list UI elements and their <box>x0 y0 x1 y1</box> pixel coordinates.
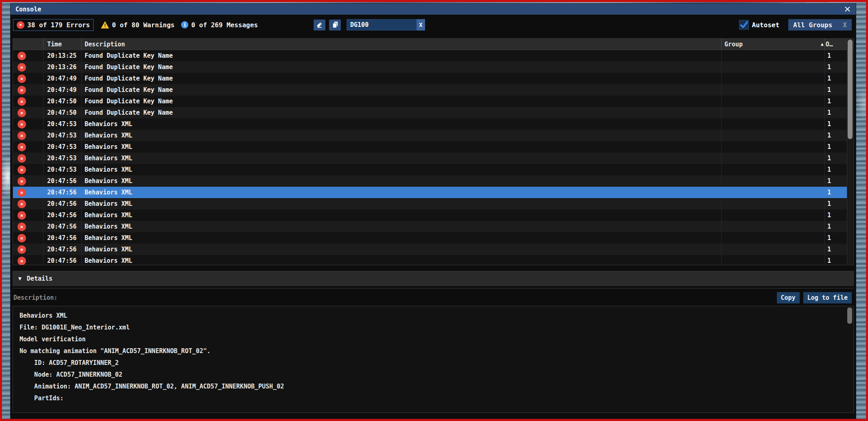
row-count: 1 <box>827 166 831 173</box>
table-row[interactable]: × 20:47:56 Behaviors XML 1 <box>13 198 847 209</box>
error-icon: × <box>17 143 26 151</box>
info-icon: i <box>181 21 188 28</box>
row-count: 1 <box>827 200 831 207</box>
row-description: Found Duplicate Key Name <box>85 63 173 71</box>
error-icon: × <box>17 109 26 117</box>
row-description: Behaviors XML <box>85 246 132 253</box>
table-row[interactable]: × 20:47:53 Behaviors XML 1 <box>13 164 847 175</box>
row-time: 20:47:49 <box>44 75 76 82</box>
table-row[interactable]: × 20:47:49 Found Duplicate Key Name 1 <box>13 84 847 96</box>
table-row[interactable]: × 20:47:50 Found Duplicate Key Name 1 <box>13 96 847 107</box>
table-row[interactable]: × 20:47:56 Behaviors XML 1 <box>13 255 847 265</box>
error-icon: × <box>17 200 26 208</box>
row-description: Behaviors XML <box>85 223 132 230</box>
filter-input[interactable] <box>347 19 417 31</box>
title-bar[interactable]: Console <box>11 4 856 15</box>
table-body: × 20:13:25 Found Duplicate Key Name 1 × … <box>13 50 847 265</box>
table-row[interactable]: × 20:47:56 Behaviors XML 1 <box>13 175 847 187</box>
table-row[interactable]: × 20:47:53 Behaviors XML 1 <box>13 141 847 153</box>
collapse-triangle-icon: ▼ <box>18 275 22 281</box>
errors-filter-toggle[interactable]: × 38 of 179 Errors <box>13 19 94 31</box>
all-groups-clear[interactable]: X <box>843 21 847 29</box>
toolbar-right-group: Autoset All Groups X <box>739 19 852 31</box>
warnings-filter-toggle[interactable]: 0 of 80 Warnings <box>98 20 178 31</box>
error-icon: × <box>17 188 26 197</box>
error-icon: × <box>17 52 26 60</box>
row-count: 1 <box>827 75 831 82</box>
error-icon: × <box>17 245 26 254</box>
error-icon: × <box>17 63 26 72</box>
error-icon: × <box>17 120 26 129</box>
table-row[interactable]: × 20:47:53 Behaviors XML 1 <box>13 118 847 130</box>
messages-filter-toggle[interactable]: i 0 of 269 Messages <box>178 20 261 31</box>
log-to-file-button[interactable]: Log to file <box>803 292 852 303</box>
error-icon: × <box>17 86 26 94</box>
row-count: 1 <box>827 120 831 128</box>
row-description: Behaviors XML <box>85 155 132 162</box>
row-description: Behaviors XML <box>85 234 132 242</box>
table-header: Time Description Group ▲ O… <box>13 39 853 50</box>
messages-count-label: 0 of 269 Messages <box>191 21 258 29</box>
error-icon: × <box>17 154 26 163</box>
details-header[interactable]: ▼ Details <box>13 271 854 286</box>
details-line: File: DG1001E_Neo_Interior.xml <box>20 322 843 334</box>
row-description: Behaviors XML <box>85 132 132 139</box>
clear-console-button[interactable] <box>314 20 325 31</box>
console-toolbar: × 38 of 179 Errors 0 of 80 Warnings i 0 … <box>11 15 856 35</box>
copy-console-button[interactable] <box>329 20 341 31</box>
header-occurrences[interactable]: ▲ O… <box>824 39 847 50</box>
table-row[interactable]: × 20:47:49 Found Duplicate Key Name 1 <box>13 73 847 84</box>
log-table: Time Description Group ▲ O… × 20:13:25 F… <box>13 38 854 265</box>
details-line: Model verification <box>20 334 843 345</box>
table-row[interactable]: × 20:47:56 Behaviors XML 1 <box>13 209 847 221</box>
filter-clear-button[interactable]: X <box>417 19 425 31</box>
error-icon: × <box>17 211 26 220</box>
copy-button[interactable]: Copy <box>777 292 800 303</box>
header-time[interactable]: Time <box>43 39 81 50</box>
row-count: 1 <box>827 234 831 242</box>
description-toolbar: Description: Copy Log to file <box>13 292 852 303</box>
row-time: 20:47:53 <box>44 143 76 151</box>
row-count: 1 <box>827 189 831 196</box>
row-description: Behaviors XML <box>85 189 132 196</box>
table-row[interactable]: × 20:47:56 Behaviors XML 1 <box>13 221 847 232</box>
checkmark-icon <box>739 20 749 30</box>
row-description: Found Duplicate Key Name <box>85 52 173 59</box>
header-group[interactable]: Group <box>721 39 824 50</box>
sort-ascending-icon: ▲ <box>821 41 824 47</box>
row-count: 1 <box>827 177 831 185</box>
row-time: 20:47:56 <box>44 212 76 219</box>
row-count: 1 <box>827 109 831 116</box>
table-row[interactable]: × 20:47:56 Behaviors XML 1 <box>13 244 847 255</box>
table-row[interactable]: × 20:13:25 Found Duplicate Key Name 1 <box>13 50 847 61</box>
row-count: 1 <box>827 132 831 139</box>
row-count: 1 <box>827 63 831 71</box>
details-scrollbar-thumb[interactable] <box>847 308 852 324</box>
row-time: 20:47:56 <box>44 234 76 242</box>
details-text[interactable]: Behaviors XMLFile: DG1001E_Neo_Interior.… <box>13 306 854 413</box>
row-time: 20:47:53 <box>44 155 76 162</box>
row-description: Behaviors XML <box>85 120 132 128</box>
row-count: 1 <box>827 52 831 59</box>
table-row[interactable]: × 20:47:53 Behaviors XML 1 <box>13 153 847 164</box>
table-row[interactable]: × 20:47:56 Behaviors XML 1 <box>13 187 847 198</box>
row-count: 1 <box>827 257 831 264</box>
table-row[interactable]: × 20:13:26 Found Duplicate Key Name 1 <box>13 61 847 73</box>
row-count: 1 <box>827 86 831 94</box>
close-button[interactable] <box>843 5 852 14</box>
error-icon: × <box>17 131 26 140</box>
row-time: 20:47:53 <box>44 166 76 173</box>
row-time: 20:47:53 <box>44 132 76 139</box>
header-severity <box>13 39 43 50</box>
table-scrollbar[interactable] <box>847 39 853 264</box>
table-row[interactable]: × 20:47:50 Found Duplicate Key Name 1 <box>13 107 847 118</box>
autoset-checkbox[interactable] <box>739 20 749 30</box>
error-icon: × <box>17 21 24 29</box>
all-groups-button[interactable]: All Groups X <box>788 19 852 31</box>
table-row[interactable]: × 20:47:53 Behaviors XML 1 <box>13 130 847 141</box>
table-scrollbar-thumb[interactable] <box>848 39 853 139</box>
table-row[interactable]: × 20:47:56 Behaviors XML 1 <box>13 232 847 244</box>
details-line: Animation: ANIM_ACD57_INNERKNOB_ROT_02, … <box>20 381 843 393</box>
header-description[interactable]: Description <box>81 39 721 50</box>
row-time: 20:47:50 <box>44 98 76 105</box>
